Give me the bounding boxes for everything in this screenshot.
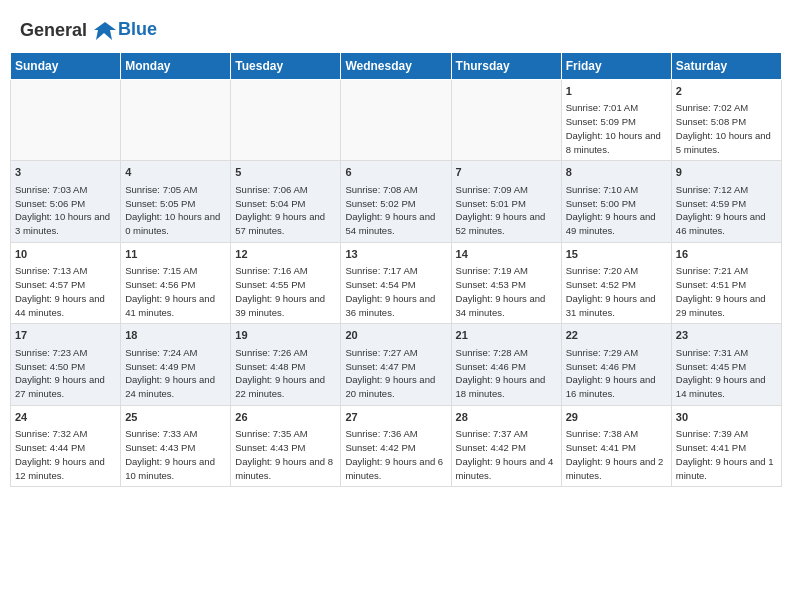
- day-number: 17: [15, 328, 116, 343]
- day-number: 8: [566, 165, 667, 180]
- day-number: 6: [345, 165, 446, 180]
- page-header: General Blue: [10, 10, 782, 47]
- day-number: 29: [566, 410, 667, 425]
- svg-marker-0: [94, 22, 116, 40]
- col-header-sunday: Sunday: [11, 53, 121, 80]
- day-cell-2: 2Sunrise: 7:02 AMSunset: 5:08 PMDaylight…: [671, 80, 781, 161]
- day-info: Sunrise: 7:26 AMSunset: 4:48 PMDaylight:…: [235, 346, 336, 401]
- day-number: 2: [676, 84, 777, 99]
- day-info: Sunrise: 7:09 AMSunset: 5:01 PMDaylight:…: [456, 183, 557, 238]
- day-cell-5: 5Sunrise: 7:06 AMSunset: 5:04 PMDaylight…: [231, 161, 341, 242]
- day-number: 10: [15, 247, 116, 262]
- logo-blue: Blue: [118, 19, 157, 40]
- day-number: 21: [456, 328, 557, 343]
- day-cell-22: 22Sunrise: 7:29 AMSunset: 4:46 PMDayligh…: [561, 324, 671, 405]
- week-row-4: 17Sunrise: 7:23 AMSunset: 4:50 PMDayligh…: [11, 324, 782, 405]
- day-cell-27: 27Sunrise: 7:36 AMSunset: 4:42 PMDayligh…: [341, 405, 451, 486]
- empty-cell: [121, 80, 231, 161]
- day-info: Sunrise: 7:38 AMSunset: 4:41 PMDaylight:…: [566, 427, 667, 482]
- calendar-body: 1Sunrise: 7:01 AMSunset: 5:09 PMDaylight…: [11, 80, 782, 487]
- day-cell-12: 12Sunrise: 7:16 AMSunset: 4:55 PMDayligh…: [231, 242, 341, 323]
- day-cell-8: 8Sunrise: 7:10 AMSunset: 5:00 PMDaylight…: [561, 161, 671, 242]
- day-number: 5: [235, 165, 336, 180]
- day-info: Sunrise: 7:02 AMSunset: 5:08 PMDaylight:…: [676, 101, 777, 156]
- empty-cell: [231, 80, 341, 161]
- col-header-monday: Monday: [121, 53, 231, 80]
- day-number: 18: [125, 328, 226, 343]
- day-number: 9: [676, 165, 777, 180]
- day-number: 14: [456, 247, 557, 262]
- day-number: 7: [456, 165, 557, 180]
- day-cell-26: 26Sunrise: 7:35 AMSunset: 4:43 PMDayligh…: [231, 405, 341, 486]
- logo-general: General: [20, 20, 87, 40]
- day-info: Sunrise: 7:24 AMSunset: 4:49 PMDaylight:…: [125, 346, 226, 401]
- day-number: 30: [676, 410, 777, 425]
- day-number: 20: [345, 328, 446, 343]
- day-cell-6: 6Sunrise: 7:08 AMSunset: 5:02 PMDaylight…: [341, 161, 451, 242]
- day-info: Sunrise: 7:15 AMSunset: 4:56 PMDaylight:…: [125, 264, 226, 319]
- week-row-1: 1Sunrise: 7:01 AMSunset: 5:09 PMDaylight…: [11, 80, 782, 161]
- day-info: Sunrise: 7:19 AMSunset: 4:53 PMDaylight:…: [456, 264, 557, 319]
- day-cell-29: 29Sunrise: 7:38 AMSunset: 4:41 PMDayligh…: [561, 405, 671, 486]
- day-number: 15: [566, 247, 667, 262]
- day-info: Sunrise: 7:12 AMSunset: 4:59 PMDaylight:…: [676, 183, 777, 238]
- calendar-header-row: SundayMondayTuesdayWednesdayThursdayFrid…: [11, 53, 782, 80]
- day-info: Sunrise: 7:05 AMSunset: 5:05 PMDaylight:…: [125, 183, 226, 238]
- day-cell-21: 21Sunrise: 7:28 AMSunset: 4:46 PMDayligh…: [451, 324, 561, 405]
- day-number: 4: [125, 165, 226, 180]
- day-cell-9: 9Sunrise: 7:12 AMSunset: 4:59 PMDaylight…: [671, 161, 781, 242]
- day-number: 3: [15, 165, 116, 180]
- week-row-5: 24Sunrise: 7:32 AMSunset: 4:44 PMDayligh…: [11, 405, 782, 486]
- day-info: Sunrise: 7:37 AMSunset: 4:42 PMDaylight:…: [456, 427, 557, 482]
- day-cell-1: 1Sunrise: 7:01 AMSunset: 5:09 PMDaylight…: [561, 80, 671, 161]
- day-info: Sunrise: 7:29 AMSunset: 4:46 PMDaylight:…: [566, 346, 667, 401]
- day-number: 28: [456, 410, 557, 425]
- day-cell-14: 14Sunrise: 7:19 AMSunset: 4:53 PMDayligh…: [451, 242, 561, 323]
- col-header-wednesday: Wednesday: [341, 53, 451, 80]
- day-info: Sunrise: 7:10 AMSunset: 5:00 PMDaylight:…: [566, 183, 667, 238]
- day-info: Sunrise: 7:03 AMSunset: 5:06 PMDaylight:…: [15, 183, 116, 238]
- day-info: Sunrise: 7:20 AMSunset: 4:52 PMDaylight:…: [566, 264, 667, 319]
- day-info: Sunrise: 7:28 AMSunset: 4:46 PMDaylight:…: [456, 346, 557, 401]
- col-header-saturday: Saturday: [671, 53, 781, 80]
- day-info: Sunrise: 7:39 AMSunset: 4:41 PMDaylight:…: [676, 427, 777, 482]
- day-cell-28: 28Sunrise: 7:37 AMSunset: 4:42 PMDayligh…: [451, 405, 561, 486]
- logo: General Blue: [20, 20, 157, 42]
- day-number: 13: [345, 247, 446, 262]
- day-info: Sunrise: 7:27 AMSunset: 4:47 PMDaylight:…: [345, 346, 446, 401]
- day-info: Sunrise: 7:08 AMSunset: 5:02 PMDaylight:…: [345, 183, 446, 238]
- day-info: Sunrise: 7:01 AMSunset: 5:09 PMDaylight:…: [566, 101, 667, 156]
- day-cell-24: 24Sunrise: 7:32 AMSunset: 4:44 PMDayligh…: [11, 405, 121, 486]
- day-info: Sunrise: 7:36 AMSunset: 4:42 PMDaylight:…: [345, 427, 446, 482]
- empty-cell: [11, 80, 121, 161]
- day-info: Sunrise: 7:32 AMSunset: 4:44 PMDaylight:…: [15, 427, 116, 482]
- day-number: 26: [235, 410, 336, 425]
- day-cell-30: 30Sunrise: 7:39 AMSunset: 4:41 PMDayligh…: [671, 405, 781, 486]
- day-number: 16: [676, 247, 777, 262]
- day-info: Sunrise: 7:13 AMSunset: 4:57 PMDaylight:…: [15, 264, 116, 319]
- day-info: Sunrise: 7:23 AMSunset: 4:50 PMDaylight:…: [15, 346, 116, 401]
- day-cell-18: 18Sunrise: 7:24 AMSunset: 4:49 PMDayligh…: [121, 324, 231, 405]
- day-number: 19: [235, 328, 336, 343]
- empty-cell: [341, 80, 451, 161]
- day-number: 11: [125, 247, 226, 262]
- calendar-table: SundayMondayTuesdayWednesdayThursdayFrid…: [10, 52, 782, 487]
- day-info: Sunrise: 7:31 AMSunset: 4:45 PMDaylight:…: [676, 346, 777, 401]
- day-number: 25: [125, 410, 226, 425]
- day-info: Sunrise: 7:06 AMSunset: 5:04 PMDaylight:…: [235, 183, 336, 238]
- day-cell-3: 3Sunrise: 7:03 AMSunset: 5:06 PMDaylight…: [11, 161, 121, 242]
- col-header-thursday: Thursday: [451, 53, 561, 80]
- day-cell-7: 7Sunrise: 7:09 AMSunset: 5:01 PMDaylight…: [451, 161, 561, 242]
- day-number: 24: [15, 410, 116, 425]
- col-header-friday: Friday: [561, 53, 671, 80]
- day-cell-23: 23Sunrise: 7:31 AMSunset: 4:45 PMDayligh…: [671, 324, 781, 405]
- day-cell-15: 15Sunrise: 7:20 AMSunset: 4:52 PMDayligh…: [561, 242, 671, 323]
- day-cell-10: 10Sunrise: 7:13 AMSunset: 4:57 PMDayligh…: [11, 242, 121, 323]
- day-cell-17: 17Sunrise: 7:23 AMSunset: 4:50 PMDayligh…: [11, 324, 121, 405]
- day-cell-16: 16Sunrise: 7:21 AMSunset: 4:51 PMDayligh…: [671, 242, 781, 323]
- day-info: Sunrise: 7:16 AMSunset: 4:55 PMDaylight:…: [235, 264, 336, 319]
- empty-cell: [451, 80, 561, 161]
- day-cell-25: 25Sunrise: 7:33 AMSunset: 4:43 PMDayligh…: [121, 405, 231, 486]
- logo-bird-icon: [94, 20, 116, 42]
- week-row-2: 3Sunrise: 7:03 AMSunset: 5:06 PMDaylight…: [11, 161, 782, 242]
